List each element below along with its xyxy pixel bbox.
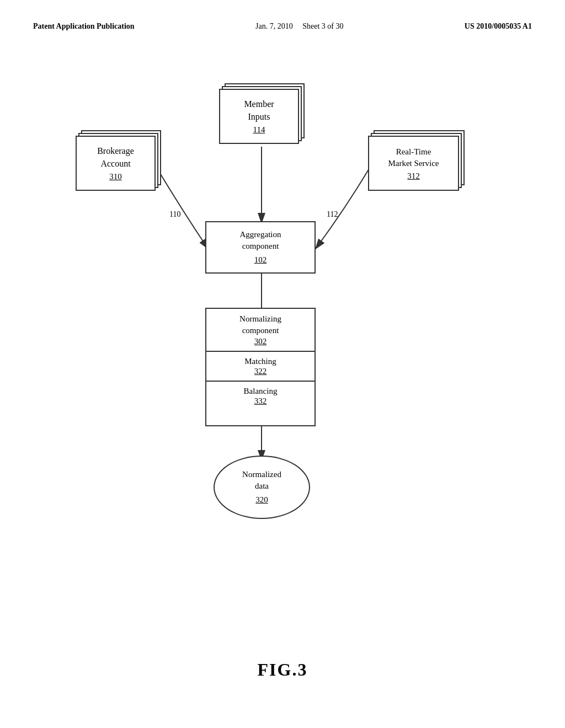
realtime-number: 312 xyxy=(407,172,420,181)
member-inputs-label: MemberInputs xyxy=(244,98,274,123)
brokerage-number: 310 xyxy=(109,172,122,181)
page: Patent Application Publication Jan. 7, 2… xyxy=(0,0,565,728)
component-group-box: Normalizingcomponent 302 Matching 322 Ba… xyxy=(205,308,316,426)
member-inputs-number: 114 xyxy=(253,125,265,135)
matching-number: 322 xyxy=(254,367,267,376)
label-112: 112 xyxy=(327,210,338,219)
header-sheet: Sheet 3 of 30 xyxy=(302,22,343,30)
aggregation-label: Aggregationcomponent xyxy=(240,229,281,252)
normalized-data-label: Normalizeddata xyxy=(242,469,281,492)
normalized-data-ellipse: Normalizeddata 320 xyxy=(214,456,310,519)
page-header: Patent Application Publication Jan. 7, 2… xyxy=(33,22,532,31)
realtime-label: Real-TimeMarket Service xyxy=(388,146,439,169)
normalized-data-number: 320 xyxy=(255,494,268,506)
aggregation-number: 102 xyxy=(254,254,267,266)
header-date-sheet: Jan. 7, 2010 Sheet 3 of 30 xyxy=(255,22,343,31)
figure-label: FIG.3 xyxy=(33,660,532,680)
matching-section: Matching 322 xyxy=(206,352,315,382)
brokerage-label: BrokerageAccount xyxy=(97,145,134,170)
brokerage-account-box: BrokerageAccount 310 xyxy=(76,136,156,191)
balancing-number: 332 xyxy=(254,397,267,405)
normalizing-label: Normalizingcomponent xyxy=(239,314,281,335)
balancing-section: Balancing 332 xyxy=(206,382,315,410)
header-date: Jan. 7, 2010 xyxy=(255,22,293,30)
matching-label: Matching xyxy=(244,357,276,366)
member-inputs-box: MemberInputs 114 xyxy=(219,89,299,144)
header-patent-number: US 2010/0005035 A1 xyxy=(465,22,532,31)
normalizing-number: 302 xyxy=(254,337,267,346)
aggregation-box: Aggregationcomponent 102 xyxy=(205,221,316,274)
label-110: 110 xyxy=(169,210,180,219)
diagram: 110 112 BrokerageAccount 310 MemberInput… xyxy=(45,53,520,649)
realtime-market-box: Real-TimeMarket Service 312 xyxy=(368,136,459,191)
header-publication-type: Patent Application Publication xyxy=(33,22,135,31)
normalizing-section: Normalizingcomponent 302 xyxy=(206,309,315,352)
balancing-label: Balancing xyxy=(244,387,278,395)
